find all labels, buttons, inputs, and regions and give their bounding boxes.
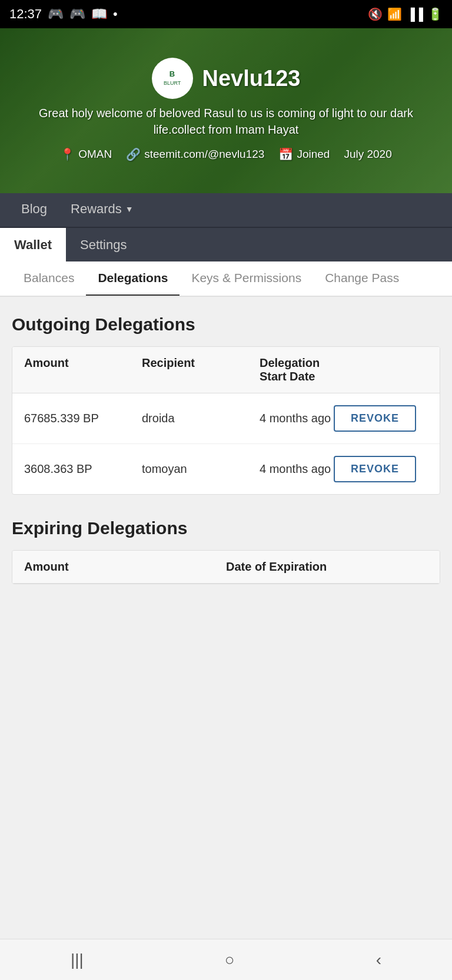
status-left: 12:37 🎮 🎮 📖 • — [9, 6, 118, 22]
dot-icon: • — [113, 6, 118, 22]
wallet-tabs: Wallet Settings — [0, 227, 452, 261]
rewards-arrow-icon: ▼ — [125, 204, 134, 214]
nav-blog[interactable]: Blog — [9, 193, 59, 227]
game-icon-2: 🎮 — [69, 6, 85, 22]
row2-action: REVOKE — [334, 456, 428, 482]
website-meta: 🔗 steemit.com/@nevlu123 — [126, 147, 264, 161]
time: 12:37 — [9, 6, 42, 22]
blog-label: Blog — [21, 201, 47, 217]
outgoing-table-header: Amount Recipient Delegation Start Date — [12, 347, 440, 393]
header-recipient: Recipient — [142, 356, 260, 383]
exp-header-expiration: Date of Expiration — [226, 560, 428, 574]
location-text: OMAN — [78, 148, 112, 161]
bio: Great holy welcome of beloved Rasul to u… — [18, 105, 434, 138]
header-amount: Amount — [24, 356, 142, 383]
subnav-delegations[interactable]: Delegations — [86, 261, 180, 296]
row2-startdate: 4 months ago — [260, 462, 334, 476]
expiring-delegations-title: Expiring Delegations — [12, 518, 440, 538]
game-icon-1: 🎮 — [48, 6, 64, 22]
bottom-back-button[interactable]: ‹ — [370, 945, 387, 975]
main-content: Outgoing Delegations Amount Recipient De… — [0, 297, 452, 625]
book-icon: 📖 — [91, 6, 107, 22]
bottom-nav: ||| ○ ‹ — [0, 939, 452, 980]
table-row: 3608.363 BP tomoyan 4 months ago REVOKE — [12, 444, 440, 494]
link-icon: 🔗 — [126, 147, 141, 161]
profile-banner: BBLURT Nevlu123 Great holy welcome of be… — [0, 28, 452, 193]
subnav-keys[interactable]: Keys & Permissions — [180, 261, 313, 296]
bottom-menu-button[interactable]: ||| — [65, 945, 89, 975]
row1-amount: 67685.339 BP — [24, 412, 142, 425]
mute-icon: 🔇 — [368, 7, 383, 21]
joined-label: Joined — [297, 148, 330, 161]
sub-nav: Balances Delegations Keys & Permissions … — [0, 261, 452, 297]
bottom-home-button[interactable]: ○ — [219, 945, 241, 975]
revoke-button-2[interactable]: REVOKE — [334, 456, 416, 482]
expiring-table-header: Amount Date of Expiration — [12, 551, 440, 584]
joined-date-meta: July 2020 — [344, 148, 391, 161]
calendar-icon: 📅 — [278, 147, 293, 161]
table-row: 67685.339 BP droida 4 months ago REVOKE — [12, 393, 440, 444]
subnav-balances[interactable]: Balances — [12, 261, 86, 296]
website-text: steemit.com/@nevlu123 — [144, 148, 264, 161]
expiring-delegations-table: Amount Date of Expiration — [12, 550, 440, 584]
location-meta: 📍 OMAN — [60, 147, 112, 161]
settings-tab-label: Settings — [80, 237, 127, 253]
balances-label: Balances — [24, 271, 74, 285]
delegations-label: Delegations — [98, 271, 168, 285]
signal-icon: ▐▐ — [407, 8, 423, 21]
changepass-label: Change Pass — [325, 271, 399, 285]
tab-wallet[interactable]: Wallet — [0, 228, 66, 262]
row2-recipient: tomoyan — [142, 462, 260, 476]
nav-bar: Blog Rewards ▼ — [0, 193, 452, 227]
outgoing-delegations-table: Amount Recipient Delegation Start Date 6… — [12, 346, 440, 495]
nav-rewards[interactable]: Rewards ▼ — [59, 193, 145, 227]
joined-meta: 📅 Joined — [278, 147, 330, 161]
subnav-changepass[interactable]: Change Pass — [313, 261, 411, 296]
profile-meta: 📍 OMAN 🔗 steemit.com/@nevlu123 📅 Joined … — [18, 147, 434, 161]
status-right: 🔇 📶 ▐▐ 🔋 — [368, 7, 443, 21]
status-bar: 12:37 🎮 🎮 📖 • 🔇 📶 ▐▐ 🔋 — [0, 0, 452, 28]
header-action — [334, 356, 428, 383]
row2-amount: 3608.363 BP — [24, 462, 142, 476]
battery-icon: 🔋 — [428, 7, 443, 21]
tab-settings[interactable]: Settings — [66, 228, 141, 262]
joined-date: July 2020 — [344, 148, 391, 161]
wallet-tab-label: Wallet — [14, 237, 52, 253]
exp-header-amount: Amount — [24, 560, 226, 574]
outgoing-delegations-title: Outgoing Delegations — [12, 314, 440, 335]
wifi-icon: 📶 — [387, 7, 402, 21]
rewards-label: Rewards — [71, 201, 122, 217]
blurt-logo: BBLURT — [152, 58, 193, 99]
location-icon: 📍 — [60, 147, 75, 161]
username: Nevlu123 — [202, 66, 301, 91]
header-startdate: Delegation Start Date — [260, 356, 334, 383]
row1-recipient: droida — [142, 412, 260, 425]
row1-action: REVOKE — [334, 405, 428, 432]
profile-top: BBLURT Nevlu123 — [18, 58, 434, 99]
revoke-button-1[interactable]: REVOKE — [334, 405, 416, 432]
banner-content: BBLURT Nevlu123 Great holy welcome of be… — [18, 58, 434, 161]
blurt-text: BBLURT — [164, 70, 181, 87]
keys-label: Keys & Permissions — [191, 271, 301, 285]
row1-startdate: 4 months ago — [260, 412, 334, 425]
